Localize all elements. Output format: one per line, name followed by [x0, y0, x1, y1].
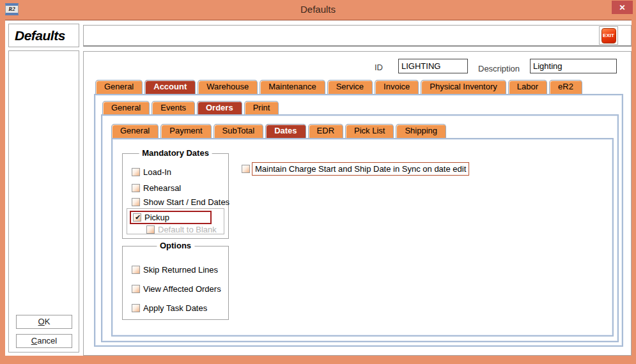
- sidebar-title-box: Defaults: [8, 24, 79, 47]
- checkbox-rehearsal[interactable]: [132, 184, 140, 192]
- tab-invoice[interactable]: Invoice: [375, 80, 419, 94]
- defaults-window: R2 Defaults ✕ Defaults OK Cancel EXIT ID…: [0, 0, 636, 364]
- id-label: ID: [375, 63, 383, 72]
- tab-maintenance[interactable]: Maintenance: [260, 80, 325, 94]
- checkbox-pickup[interactable]: ✔: [133, 213, 141, 222]
- checkbox-load-in-label: Load-In: [143, 167, 171, 177]
- sidebar-panel: OK Cancel: [8, 50, 79, 353]
- pickup-focus-rectangle: [130, 211, 212, 224]
- checkbox-skip-returned-lines[interactable]: [132, 266, 140, 274]
- tab-dates[interactable]: Dates: [265, 124, 306, 138]
- main-panel: ID Description General Account Warehouse…: [83, 51, 632, 356]
- tab-orders[interactable]: Orders: [197, 101, 242, 115]
- tab-account[interactable]: Account: [144, 80, 196, 94]
- check-icon: ✔: [134, 213, 142, 222]
- mandatory-dates-group: Mandatory Dates Load-In Rehearsal Show S…: [122, 153, 229, 239]
- tab-events[interactable]: Events: [151, 101, 195, 115]
- checkbox-skip-returned-lines-label: Skip Returned Lines: [143, 265, 218, 275]
- account-tab-page: General Events Orders Print General Paym…: [94, 94, 623, 347]
- checkbox-apply-task-dates-label: Apply Task Dates: [143, 303, 207, 313]
- tab-subtotal[interactable]: SubTotal: [213, 124, 264, 138]
- checkbox-show-start-end-dates-label: Show Start / End Dates: [143, 197, 229, 207]
- options-legend: Options: [157, 241, 194, 250]
- description-input[interactable]: [530, 59, 617, 73]
- tabs-level2: General Events Orders Print: [102, 101, 279, 115]
- tabs-level3: General Payment SubTotal Dates EDR Pick …: [111, 124, 446, 138]
- checkbox-view-affected-orders[interactable]: [132, 285, 140, 293]
- checkbox-load-in[interactable]: [132, 168, 140, 176]
- tabs-level1: General Account Warehouse Maintenance Se…: [95, 80, 582, 94]
- close-button[interactable]: ✕: [612, 1, 633, 14]
- tab-shipping[interactable]: Shipping: [396, 124, 446, 138]
- checkbox-default-to-blank[interactable]: [146, 225, 155, 234]
- options-group: Options Skip Returned Lines View Affecte…: [122, 246, 229, 320]
- tab-general-l3[interactable]: General: [111, 124, 159, 138]
- ok-button[interactable]: OK: [16, 315, 72, 329]
- id-input[interactable]: [398, 59, 468, 73]
- checkbox-maintain-sync-label: Maintain Charge Start and Ship Date in S…: [252, 162, 469, 176]
- checkbox-apply-task-dates[interactable]: [132, 304, 140, 312]
- tab-service[interactable]: Service: [327, 80, 373, 94]
- exit-button-frame: EXIT: [599, 26, 618, 45]
- cancel-button[interactable]: Cancel: [16, 334, 72, 348]
- tab-labor[interactable]: Labor: [508, 80, 547, 94]
- checkbox-default-to-blank-label: Default to Blank: [158, 225, 217, 234]
- checkbox-pickup-label: Pickup: [144, 213, 169, 222]
- mandatory-dates-legend: Mandatory Dates: [139, 148, 212, 158]
- toolbar: EXIT: [83, 25, 632, 47]
- dates-tab-page: Mandatory Dates Load-In Rehearsal Show S…: [111, 138, 614, 337]
- checkbox-view-affected-orders-label: View Affected Orders: [143, 284, 221, 294]
- tab-edr[interactable]: EDR: [308, 124, 343, 138]
- tab-warehouse[interactable]: Warehouse: [198, 80, 258, 94]
- close-icon: ✕: [619, 3, 625, 12]
- orders-tab-page: General Payment SubTotal Dates EDR Pick …: [101, 114, 619, 342]
- tab-er2[interactable]: eR2: [549, 80, 582, 94]
- tab-print[interactable]: Print: [244, 101, 279, 115]
- exit-button[interactable]: EXIT: [601, 28, 616, 43]
- checkbox-show-start-end-dates[interactable]: [132, 198, 140, 206]
- description-label: Description: [478, 64, 520, 73]
- tab-general-l1[interactable]: General: [95, 80, 143, 94]
- titlebar: R2 Defaults ✕: [0, 0, 636, 19]
- page-title: Defaults: [15, 28, 65, 43]
- window-title: Defaults: [0, 4, 636, 15]
- tab-physical-inventory[interactable]: Physical Inventory: [421, 80, 506, 94]
- tab-general-l2[interactable]: General: [102, 101, 150, 115]
- tab-pick-list[interactable]: Pick List: [345, 124, 394, 138]
- checkbox-rehearsal-label: Rehearsal: [143, 183, 181, 193]
- checkbox-maintain-sync[interactable]: [242, 165, 250, 173]
- tab-payment[interactable]: Payment: [160, 124, 211, 138]
